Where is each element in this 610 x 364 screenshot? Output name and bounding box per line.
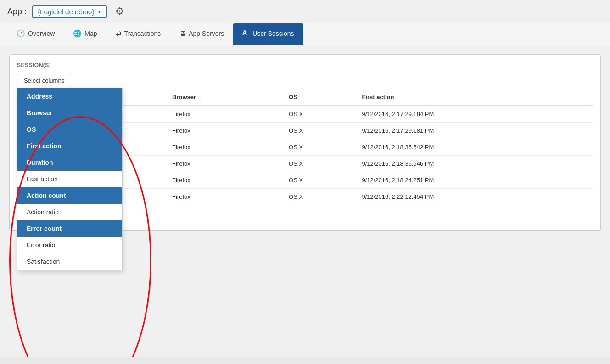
user-sessions-icon: A xyxy=(242,29,250,38)
transactions-icon: ⇄ xyxy=(116,29,122,38)
col-header-os[interactable]: OS ↕ xyxy=(283,89,356,106)
server-icon: 🖥 xyxy=(179,29,186,37)
dropdown-item-duration[interactable]: Duration xyxy=(17,154,122,171)
gear-icon: ⚙ xyxy=(115,6,124,17)
cell-first-action: 9/12/2016, 2:18:36.542 PM xyxy=(356,139,593,156)
cell-os: OS X xyxy=(283,123,356,139)
tab-transactions[interactable]: ⇄ Transactions xyxy=(106,23,170,45)
main-content: SESSION(S) Select columns Address Browse… xyxy=(0,45,610,357)
cell-browser: Firefox xyxy=(167,156,283,172)
header-bar: App : {Logiciel de démo} ▼ ⚙ xyxy=(0,0,610,23)
dropdown-item-error-ratio[interactable]: Error ratio xyxy=(17,237,122,253)
cell-browser: Firefox xyxy=(167,172,283,189)
tab-map-label: Map xyxy=(84,30,97,37)
dropdown-item-action-count[interactable]: Action count xyxy=(17,187,122,204)
cell-os: OS X xyxy=(283,106,356,123)
tab-user-sessions[interactable]: A User Sessions xyxy=(233,23,303,45)
cell-browser: Firefox xyxy=(167,189,283,205)
cell-os: OS X xyxy=(283,189,356,205)
app-name: {Logiciel de démo} xyxy=(38,8,94,16)
sessions-label: SESSION(S) xyxy=(17,62,593,68)
tab-user-sessions-label: User Sessions xyxy=(252,30,294,37)
cell-first-action: 9/12/2016, 2:17:29.184 PM xyxy=(356,106,593,123)
tab-app-servers-label: App Servers xyxy=(189,30,224,37)
cell-os: OS X xyxy=(283,172,356,189)
dropdown-item-action-ratio[interactable]: Action ratio xyxy=(17,204,122,220)
app-selector[interactable]: {Logiciel de démo} ▼ xyxy=(32,5,107,18)
select-columns-button[interactable]: Select columns xyxy=(17,74,71,87)
sort-icon-os: ↕ xyxy=(301,95,304,100)
dropdown-item-last-action[interactable]: Last action xyxy=(17,171,122,187)
cell-first-action: 9/12/2016, 2:18:36.546 PM xyxy=(356,156,593,172)
dropdown-item-os[interactable]: OS xyxy=(17,121,122,138)
chevron-down-icon: ▼ xyxy=(97,9,101,14)
cell-first-action: 9/12/2016, 2:22:12.454 PM xyxy=(356,189,593,205)
dropdown-item-browser[interactable]: Browser xyxy=(17,105,122,121)
gear-button[interactable]: ⚙ xyxy=(112,5,127,18)
dropdown-item-address[interactable]: Address xyxy=(17,88,122,105)
clock-icon: 🕐 xyxy=(17,29,25,38)
tab-map[interactable]: 🌐 Map xyxy=(64,23,106,45)
dropdown-item-error-count[interactable]: Error count xyxy=(17,220,122,237)
sort-icon-browser: ↕ xyxy=(200,95,202,100)
sessions-panel: SESSION(S) Select columns Address Browse… xyxy=(9,54,601,231)
cell-browser: Firefox xyxy=(167,106,283,123)
app-label: App : xyxy=(7,7,27,17)
cell-os: OS X xyxy=(283,156,356,172)
cell-browser: Firefox xyxy=(167,139,283,156)
nav-tabs: 🕐 Overview 🌐 Map ⇄ Transactions 🖥 App Se… xyxy=(0,23,610,45)
col-header-browser[interactable]: Browser ↕ xyxy=(167,89,283,106)
cell-os: OS X xyxy=(283,139,356,156)
tab-app-servers[interactable]: 🖥 App Servers xyxy=(170,23,233,45)
column-select-dropdown: Address Browser OS First action Duration… xyxy=(17,88,123,270)
cell-browser: Firefox xyxy=(167,123,283,139)
dropdown-item-satisfaction[interactable]: Satisfaction xyxy=(17,253,122,270)
dropdown-item-first-action[interactable]: First action xyxy=(17,138,122,154)
cell-first-action: 9/12/2016, 2:17:29.181 PM xyxy=(356,123,593,139)
tab-overview[interactable]: 🕐 Overview xyxy=(7,23,64,45)
col-header-first-action: First action xyxy=(356,89,593,106)
svg-text:A: A xyxy=(242,29,247,36)
tab-overview-label: Overview xyxy=(28,30,55,37)
globe-icon: 🌐 xyxy=(73,29,82,38)
tab-transactions-label: Transactions xyxy=(124,30,161,37)
cell-first-action: 9/12/2016, 2:18:24.251 PM xyxy=(356,172,593,189)
